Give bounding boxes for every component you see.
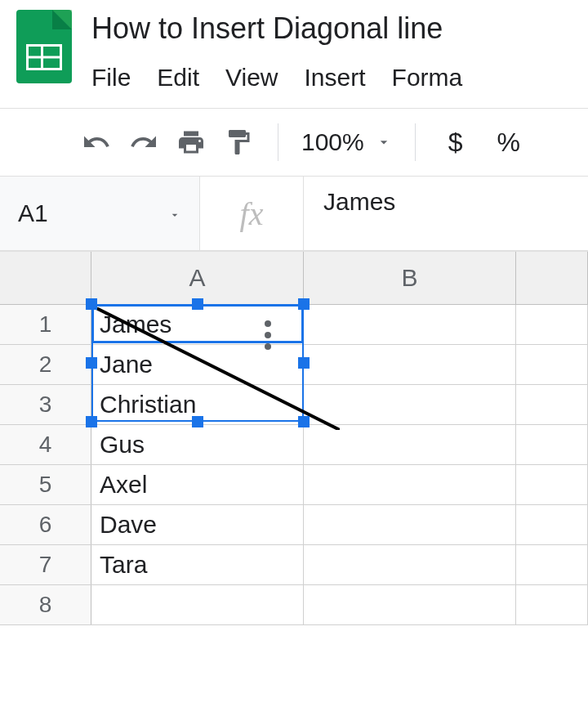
- row-header[interactable]: 3: [0, 385, 91, 424]
- column-header-b[interactable]: B: [304, 252, 516, 304]
- cell-c2[interactable]: [516, 345, 588, 384]
- print-icon[interactable]: [175, 126, 207, 159]
- cell-a4[interactable]: Gus: [91, 425, 304, 464]
- cell-c3[interactable]: [516, 385, 588, 424]
- cell-b8[interactable]: [304, 585, 516, 624]
- row-header[interactable]: 2: [0, 345, 91, 384]
- cell-a7[interactable]: Tara: [91, 545, 304, 584]
- menu-view[interactable]: View: [225, 64, 278, 92]
- dropdown-icon: [168, 199, 181, 227]
- row-header[interactable]: 8: [0, 585, 91, 624]
- drawing-menu-icon[interactable]: [265, 320, 271, 350]
- paint-format-icon[interactable]: [222, 126, 255, 159]
- cell-c8[interactable]: [516, 585, 588, 624]
- cell-c5[interactable]: [516, 465, 588, 504]
- menu-edit[interactable]: Edit: [157, 64, 199, 92]
- spreadsheet-grid: A B 1 James 2 Jane 3 Christian 4 Gus: [0, 252, 588, 625]
- menu-insert[interactable]: Insert: [305, 64, 366, 92]
- fx-label: fx: [199, 177, 304, 250]
- cell-b7[interactable]: [304, 545, 516, 584]
- cell-c7[interactable]: [516, 545, 588, 584]
- dropdown-icon: [376, 134, 392, 150]
- resize-handle[interactable]: [192, 298, 203, 310]
- cell-c4[interactable]: [516, 425, 588, 464]
- undo-icon[interactable]: [80, 126, 113, 159]
- svg-line-0: [95, 307, 340, 430]
- row-header[interactable]: 4: [0, 425, 91, 464]
- cell-reference-box[interactable]: A1: [0, 177, 199, 250]
- row-header[interactable]: 5: [0, 465, 91, 504]
- drawing-object[interactable]: [91, 304, 304, 422]
- row-header[interactable]: 7: [0, 545, 91, 584]
- cell-b6[interactable]: [304, 505, 516, 544]
- cell-b4[interactable]: [304, 425, 516, 464]
- cell-reference-value: A1: [18, 199, 48, 227]
- formula-bar: A1 fx James: [0, 177, 588, 252]
- row-header[interactable]: 1: [0, 305, 91, 344]
- resize-handle[interactable]: [86, 416, 97, 427]
- resize-handle[interactable]: [86, 357, 97, 369]
- diagonal-line-shape: [95, 307, 340, 430]
- percent-button[interactable]: %: [488, 128, 530, 158]
- resize-handle[interactable]: [298, 416, 310, 427]
- sheets-logo-icon[interactable]: [16, 10, 72, 83]
- resize-handle[interactable]: [298, 357, 310, 369]
- select-all-corner[interactable]: [0, 252, 91, 304]
- cell-c1[interactable]: [516, 305, 588, 344]
- cell-a6[interactable]: Dave: [91, 505, 304, 544]
- currency-button[interactable]: $: [439, 128, 473, 158]
- cell-a5[interactable]: Axel: [91, 465, 304, 504]
- resize-handle[interactable]: [86, 298, 97, 310]
- column-header-a[interactable]: A: [91, 252, 304, 304]
- resize-handle[interactable]: [298, 298, 310, 310]
- redo-icon[interactable]: [127, 126, 160, 159]
- cell-c6[interactable]: [516, 505, 588, 544]
- zoom-dropdown[interactable]: 100%: [301, 128, 392, 156]
- column-header-c[interactable]: [516, 252, 588, 304]
- row-header[interactable]: 6: [0, 505, 91, 544]
- cell-b5[interactable]: [304, 465, 516, 504]
- zoom-value: 100%: [301, 128, 364, 156]
- document-title[interactable]: How to Insert Diagonal line: [91, 10, 572, 46]
- resize-handle[interactable]: [192, 416, 203, 427]
- menu-format[interactable]: Forma: [392, 64, 463, 92]
- menu-file[interactable]: File: [91, 64, 131, 92]
- toolbar: 100% $ %: [0, 108, 588, 177]
- cell-a8[interactable]: [91, 585, 304, 624]
- menu-bar: File Edit View Insert Forma: [91, 64, 572, 92]
- formula-input[interactable]: James: [304, 177, 588, 250]
